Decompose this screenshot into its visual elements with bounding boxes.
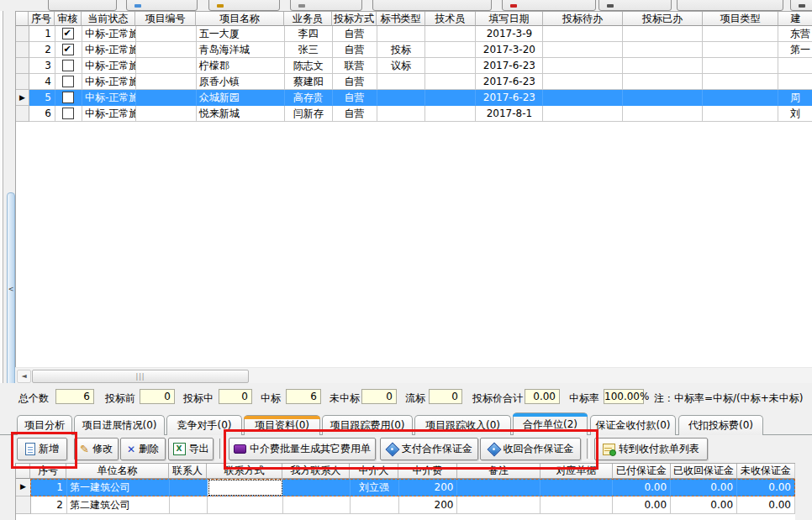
cell-bidtype [377,90,426,106]
table-row[interactable]: 4 中标-正常施 原香小镇 蔡建阳 自营 2017-6-23 [16,74,812,90]
cell-todo [543,90,623,106]
cell-agent: 刘立强 [351,479,399,496]
toolbar-button-clipped[interactable] [790,0,812,11]
col-header[interactable]: 中介费 [398,464,457,479]
recover-deposit-button[interactable]: 收回合作保证金 [480,438,581,460]
audit-checkbox[interactable] [62,76,74,87]
col-header[interactable]: 填写日期 [476,12,543,26]
button-label: 支付合作保证金 [402,442,472,456]
row-selector-current[interactable]: ▶ [16,90,29,106]
col-header[interactable]: 投标待办 [543,12,623,26]
col-header[interactable]: 项目类型 [703,12,778,26]
toolbar-button-clipped[interactable] [677,0,783,11]
current-row-arrow-icon: ▶ [20,482,26,491]
col-header[interactable]: 序号 [30,464,66,479]
col-header[interactable]: 我方联系人 [282,464,350,479]
col-header[interactable]: 备注 [457,464,540,479]
cell-tech [425,26,476,42]
col-header[interactable]: 标书类型 [377,12,425,26]
col-header[interactable]: 联系人 [169,464,207,479]
col-header[interactable]: 投标已办 [623,12,703,26]
tab-project-analysis[interactable]: 项目分析 [17,415,72,435]
cell-contact-way-focused[interactable] [208,479,283,496]
col-header[interactable]: 对应单据 [540,464,613,479]
col-header[interactable]: 未收保证金 [737,464,795,479]
tab-deposit-payments[interactable]: 保证金收付款(0) [590,415,676,435]
toolbar-button-clipped[interactable] [502,0,596,11]
toolbar-icon-fragment [298,4,305,8]
col-header[interactable]: 审核 [55,12,82,26]
col-header[interactable]: 单位名称 [66,464,169,479]
pay-deposit-button[interactable]: 支付合作保证金 [380,438,478,460]
toolbar-button-clipped[interactable] [208,0,280,11]
cell-date: 2017-3-20 [476,42,543,58]
summary-value-field: 0 [140,389,175,404]
row-selector[interactable] [16,42,29,58]
toolbar-button-clipped[interactable] [126,0,198,11]
col-header[interactable]: 建 [778,12,812,26]
cell-recovered-deposit: 0.00 [671,496,737,514]
row-selector[interactable] [16,26,29,42]
audit-checkbox[interactable] [62,92,74,103]
col-header[interactable]: 序号 [29,12,55,26]
scroll-left-arrow-icon[interactable]: ◄ [17,370,31,383]
cell-ptype [703,42,778,58]
col-header[interactable]: 当前状态 [82,12,135,26]
horizontal-scrollbar[interactable]: ◄ ||| [15,367,812,385]
tab-competitors[interactable]: 竞争对手(0) [166,415,242,435]
audit-checkbox[interactable] [62,28,74,39]
col-header[interactable]: 中介人 [350,464,398,479]
table-row[interactable]: 6 中标-正常施 悦来新城 闫新存 自营 2017-8-1 刘 [16,106,812,122]
col-header[interactable]: 已付保证金 [613,464,671,479]
col-header[interactable]: 技术员 [425,12,476,26]
audit-checkbox[interactable] [62,44,74,55]
row-selector[interactable] [16,106,29,122]
tab-partner-units-active[interactable]: 合作单位(2) [513,412,588,435]
toolbar-button-clipped[interactable] [48,0,117,11]
cell-audit [55,106,82,122]
cell-todo [543,106,623,122]
col-header[interactable]: 项目编号 [135,12,196,26]
table-row[interactable]: 3 中标-正常施 柠檬郡 陈志文 联营 议标 2017-6-23 [16,58,812,74]
hot-tab-indicator [244,416,320,419]
audit-checkbox[interactable] [62,60,74,71]
tab-withheld-bid-fees[interactable]: 代扣投标费(0) [678,415,763,435]
row-selector[interactable] [16,58,29,74]
table-row[interactable]: 2 中标-正常施 青岛海洋城 张三 自营 投标 2017-3-20 第一 [16,42,812,58]
cell-method: 自营 [333,106,377,122]
export-button[interactable]: X导出 [168,438,214,460]
go-payment-list-button[interactable]: 转到收付款单列表 [594,438,708,460]
partner-grid: 序号 单位名称 联系人 联系方式 我方联系人 中介人 中介费 备注 对应单据 已… [15,463,795,520]
col-header[interactable]: 联系方式 [207,464,282,479]
table-row-selected[interactable]: ▶ 1 第一建筑公司 刘立强 200 0.00 0.00 0.00 [16,479,795,496]
cell-remark [457,479,540,496]
toolbar-button-clipped[interactable] [290,0,362,11]
col-header[interactable]: 投标方式 [332,12,377,26]
toolbar-button-clipped[interactable] [372,0,492,11]
tab-project-progress[interactable]: 项目进展情况(0) [74,415,165,435]
tab-tracking-income[interactable]: 项目跟踪收入(0) [414,415,511,435]
row-selector[interactable] [16,496,31,514]
tab-project-files[interactable]: 项目资料(0) [244,415,320,435]
table-row[interactable]: 1 中标-正常施 五一大厦 李四 自营 2017-3-9 东营 [16,26,812,42]
cell-ptype [703,106,778,122]
row-selector[interactable] [16,74,29,90]
tab-tracking-costs[interactable]: 项目跟踪费用(0) [322,415,413,435]
cell-tech [425,106,476,122]
table-row[interactable]: 2 第二建筑公司 200 0.00 0.00 0.00 [16,496,795,514]
add-button[interactable]: 新增 [17,438,67,460]
delete-button[interactable]: ✕删除 [120,438,166,460]
col-header[interactable]: 业务员 [284,12,332,26]
batch-fee-button[interactable]: 中介费批量生成其它费用单 [229,438,376,460]
col-header[interactable]: 项目名称 [196,12,284,26]
table-row-selected[interactable]: ▶ 5 中标-正常施 众城新园 高存贵 自营 2017-6-23 周 [16,90,812,106]
edit-button[interactable]: ✎修改 [74,438,119,460]
panel-collapse-splitter[interactable]: < [7,192,15,386]
audit-checkbox[interactable] [62,108,74,119]
detail-tab-bar: 项目分析 项目进展情况(0) 竞争对手(0) 项目资料(0) 项目跟踪费用(0)… [0,411,812,436]
col-header[interactable]: 已收回保证金 [671,464,737,479]
toolbar-button-clipped[interactable] [598,0,672,11]
scrollbar-thumb[interactable]: ||| [32,370,249,383]
cell-audit [55,42,82,58]
row-selector-current[interactable]: ▶ [16,479,31,496]
